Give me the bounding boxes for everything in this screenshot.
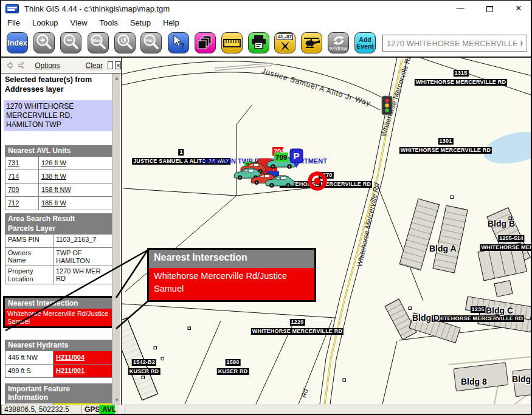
- menu-file[interactable]: File: [1, 17, 26, 29]
- status-cell-small: [117, 405, 123, 414]
- printer-icon: [249, 33, 269, 53]
- callout-header: Nearest Intersection: [149, 250, 314, 268]
- clear-link[interactable]: Clear: [85, 61, 103, 70]
- avl-dist-link[interactable]: 158 ft NW: [39, 183, 112, 197]
- parcel-field-label: Owners Name: [5, 248, 54, 266]
- zoom-in-icon: [34, 33, 54, 53]
- helicopter-icon: [302, 33, 322, 53]
- avl-tag-709[interactable]: 709: [274, 153, 288, 162]
- close-panel-icon[interactable]: ✕: [115, 61, 121, 69]
- parcels-table: PAMS PIN 1103_2163_7 Owners Name TWP OF …: [5, 234, 112, 284]
- gps-coords-readout: 41,-87: [277, 33, 293, 40]
- info-sidebar: Options Clear ✕ Selected feature(s) from…: [1, 58, 122, 405]
- menu-help[interactable]: Help: [157, 17, 185, 29]
- options-link[interactable]: Options: [35, 61, 60, 70]
- parcel-field-label: PAMS PIN: [5, 235, 54, 248]
- nearest-intersection-callout: Nearest Intersection Whitehorse Mercervi…: [147, 248, 316, 302]
- parcel-field-label: Property Location: [5, 266, 54, 284]
- status-message-area: [125, 405, 531, 414]
- area-search-header: Area Search Result Parcels Layer: [5, 213, 112, 234]
- important-feature-section: Important Feature Information Street WHI…: [5, 383, 112, 405]
- zoom-out-icon: [61, 33, 81, 53]
- identify-button[interactable]: ?: [168, 32, 189, 53]
- avl-dist-link[interactable]: 185 ft W: [39, 197, 112, 210]
- avl-dist-link[interactable]: 126 ft W: [39, 157, 112, 170]
- helicopter-button[interactable]: [301, 32, 322, 53]
- hydrant-id-link[interactable]: H211/001: [54, 365, 112, 378]
- layers-button[interactable]: [195, 32, 216, 53]
- zoom-max-icon: Max: [88, 33, 108, 53]
- avl-unit-link[interactable]: 731: [5, 157, 39, 170]
- redraw-button[interactable]: Redraw: [328, 32, 349, 53]
- sidebar-nav-row: Options Clear ✕: [1, 58, 121, 74]
- map-viewport[interactable]: Justice Samuel A Alito Jr Way Whitehorse…: [122, 58, 532, 405]
- window-title: Think GIS 4.44 - c:\thinkgis\map\map.tgm: [24, 4, 170, 13]
- cursor-question-icon: ?: [168, 33, 188, 53]
- map-marker-layer: 725 7 71 704: [122, 58, 532, 405]
- svg-text:Max: Max: [92, 38, 101, 43]
- selected-feature-header: Selected feature(s) from Addresses layer: [5, 75, 113, 94]
- svg-text:Pan: Pan: [146, 38, 154, 43]
- minimize-button[interactable]: —: [451, 2, 469, 15]
- menu-bar: File Lookup View Tools Setup Help: [1, 16, 531, 29]
- pan-icon: Pan: [141, 33, 161, 53]
- avl-table: 731 126 ft W 714 138 ft W 709 158 ft NW …: [5, 156, 112, 210]
- parcel-field-value: 1103_2163_7: [54, 235, 112, 248]
- redraw-label: Redraw: [330, 46, 347, 52]
- address-search-input[interactable]: [382, 35, 527, 52]
- menu-view[interactable]: View: [64, 17, 94, 29]
- scroll-up-icon[interactable]: ▲: [112, 74, 121, 83]
- pin-checkbox[interactable]: [108, 61, 113, 69]
- nearest-avl-section: Nearest AVL Units 731 126 ft W 714 138 f…: [5, 145, 112, 210]
- back-arrow-icon[interactable]: [6, 61, 13, 69]
- gps-star-icon: [278, 40, 292, 52]
- zoom-in-button[interactable]: [33, 32, 55, 53]
- zoom-previous-button[interactable]: ↺: [114, 32, 136, 53]
- selected-feature-value[interactable]: 1270 WHITEHORSE MERCERVILLE RD, HAMILTON…: [4, 100, 113, 131]
- app-logo-icon: [5, 4, 19, 13]
- gps-status: GPS: [81, 405, 98, 414]
- avl-dist-link[interactable]: 138 ft W: [39, 170, 112, 183]
- hydrant-id-link[interactable]: H211/004: [54, 351, 112, 365]
- gps-coords-button[interactable]: 41,-87: [274, 32, 295, 53]
- sidebar-scrollbar[interactable]: ▲ ▼: [112, 74, 120, 405]
- parcel-field-value: TWP OF HAMILTON: [54, 248, 112, 266]
- zoom-out-button[interactable]: [60, 32, 81, 53]
- map-coordinates-readout: 438806.5, 502232.5: [1, 405, 80, 414]
- measure-button[interactable]: [221, 32, 243, 53]
- avl-unit-link[interactable]: 712: [5, 197, 39, 210]
- avl-section-header: Nearest AVL Units: [5, 145, 112, 156]
- forward-arrow-icon[interactable]: [18, 61, 24, 69]
- add-event-button[interactable]: Add Event: [354, 32, 376, 53]
- index-button[interactable]: Index: [7, 32, 28, 53]
- callout-value: Whitehorse Mercerville Rd/Justice Samuel: [149, 268, 314, 300]
- svg-text:P: P: [293, 151, 299, 161]
- maximize-button[interactable]: [480, 2, 499, 15]
- redraw-arrows-icon: [331, 35, 346, 47]
- scroll-down-icon[interactable]: ▼: [112, 396, 121, 405]
- svg-text:709: 709: [275, 154, 287, 161]
- add-event-label-1: Add: [359, 36, 371, 43]
- hydrant-distance: 499 ft S: [5, 365, 54, 378]
- parcel-field-value: 1270 WH MER RD: [54, 266, 112, 284]
- area-search-section: Area Search Result Parcels Layer PAMS PI…: [5, 213, 112, 284]
- traffic-light-icon: [382, 96, 392, 115]
- svg-text:?: ?: [180, 41, 185, 50]
- title-bar: Think GIS 4.44 - c:\thinkgis\map\map.tgm…: [1, 1, 531, 16]
- print-button[interactable]: [248, 32, 269, 53]
- avl-unit-link[interactable]: 709: [5, 183, 39, 197]
- menu-lookup[interactable]: Lookup: [26, 17, 64, 29]
- menu-setup[interactable]: Setup: [124, 17, 157, 29]
- pan-button[interactable]: Pan: [140, 32, 162, 53]
- selected-address-bullseye: [310, 174, 325, 189]
- zoom-max-button[interactable]: Max: [88, 32, 109, 53]
- menu-tools[interactable]: Tools: [94, 17, 124, 29]
- maximize-icon: [486, 6, 493, 12]
- close-button[interactable]: ✕: [510, 2, 528, 15]
- avl-status-badge: AVL: [99, 405, 116, 414]
- add-event-label-2: Event: [356, 43, 374, 50]
- avl-unit-link[interactable]: 714: [5, 170, 39, 183]
- hydrants-header: Nearest Hydrants: [5, 340, 112, 351]
- layers-icon: [195, 33, 215, 53]
- intersection-value: Whitehorse Mercerville Rd/Justice Samuel: [5, 309, 112, 326]
